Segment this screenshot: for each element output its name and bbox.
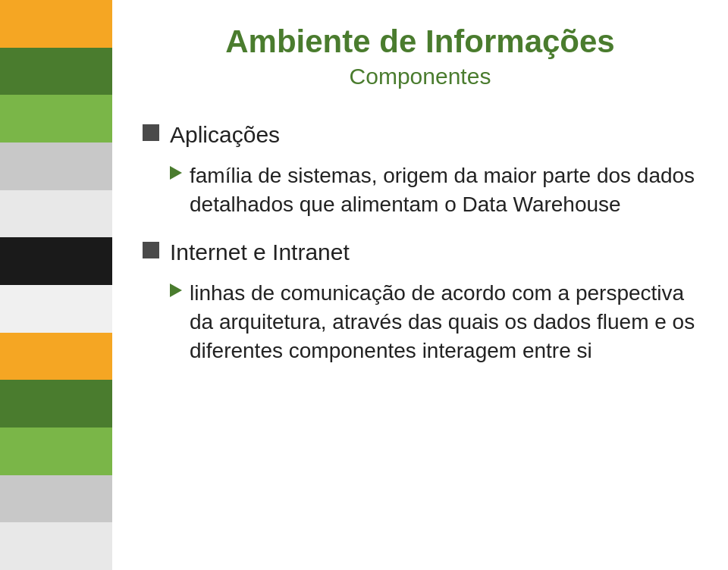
arrow-icon-familia	[170, 166, 182, 180]
film-block-5	[0, 190, 112, 238]
bullet-l2-linhas: linhas de comunicação de acordo com a pe…	[170, 279, 698, 365]
title-section: Ambiente de Informações Componentes	[143, 23, 698, 89]
bullet-l1-aplicacoes: Aplicações	[143, 120, 698, 149]
section-internet: Internet e Intranet linhas de comunicaçã…	[143, 237, 698, 365]
film-block-3	[0, 95, 112, 142]
main-title: Ambiente de Informações	[143, 23, 698, 61]
content-body: Aplicações família de sistemas, origem d…	[143, 120, 698, 547]
bullet-l1-icon-internet	[143, 242, 159, 258]
film-block-9	[0, 380, 112, 428]
bullet-l1-label-internet: Internet e Intranet	[170, 237, 350, 267]
film-block-7	[0, 285, 112, 333]
section-aplicacoes: Aplicações família de sistemas, origem d…	[143, 120, 698, 219]
bullet-l1-internet: Internet e Intranet	[143, 237, 698, 267]
film-block-11	[0, 475, 112, 523]
arrow-icon-linhas	[170, 283, 182, 297]
film-block-8	[0, 333, 112, 381]
bullet-l1-icon-aplicacoes	[143, 124, 159, 141]
film-block-4	[0, 142, 112, 190]
film-strip	[0, 0, 112, 570]
film-block-6	[0, 237, 112, 285]
bullet-l2-text-linhas: linhas de comunicação de acordo com a pe…	[190, 279, 698, 365]
bullet-l2-familia: família de sistemas, origem da maior par…	[170, 161, 698, 219]
film-block-2	[0, 48, 112, 96]
bullet-l1-label-aplicacoes: Aplicações	[170, 120, 280, 149]
film-block-1	[0, 0, 112, 48]
bullet-l2-text-familia: família de sistemas, origem da maior par…	[190, 161, 698, 219]
film-block-10	[0, 428, 112, 475]
subtitle: Componentes	[143, 64, 698, 89]
main-content: Ambiente de Informações Componentes Apli…	[112, 0, 728, 570]
film-block-12	[0, 522, 112, 570]
